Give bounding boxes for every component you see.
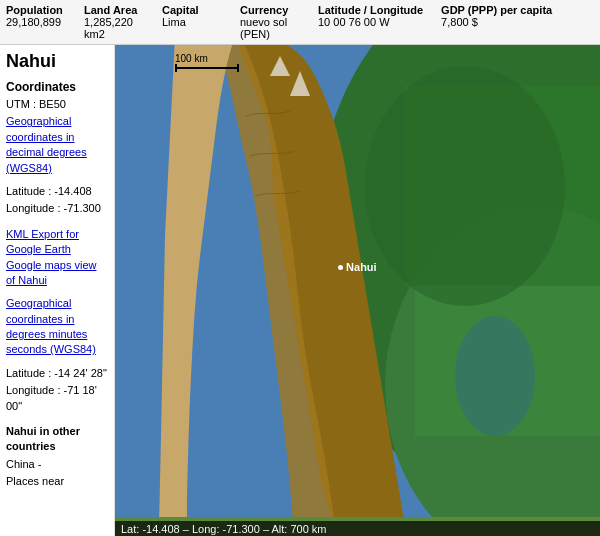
latlong-label: Latitude / Longitude (318, 4, 423, 16)
header-population: Population 29,180,899 (6, 4, 66, 28)
latitude-label: Latitude : -14.408 (6, 184, 108, 199)
capital-label: Capital (162, 4, 222, 16)
city-marker: Nahui (338, 261, 377, 273)
land-area-value: 1,285,220km2 (84, 16, 144, 40)
google-maps-link[interactable]: Google maps view of Nahui (6, 258, 108, 289)
header-latlong: Latitude / Longitude 10 00 76 00 W (318, 4, 423, 28)
gdp-value: 7,800 $ (441, 16, 552, 28)
marker-label: Nahui (346, 261, 377, 273)
map-background (115, 45, 600, 517)
capital-value: Lima (162, 16, 222, 28)
city-name: Nahui (6, 51, 108, 72)
svg-rect-5 (415, 286, 600, 436)
map-scale: 100 km (175, 53, 239, 72)
header-stats: Population 29,180,899 Land Area 1,285,22… (0, 0, 600, 45)
header-land-area: Land Area 1,285,220km2 (84, 4, 144, 40)
gdp-label: GDP (PPP) per capita (441, 4, 552, 16)
population-value: 29,180,899 (6, 16, 66, 28)
main-layout: Nahui Coordinates UTM : BE50 Geographica… (0, 45, 600, 536)
longitude-dms: Longitude : -71 18' 00" (6, 383, 108, 414)
other-countries-title: Nahui in other countries (6, 424, 108, 455)
land-area-label: Land Area (84, 4, 144, 16)
svg-point-6 (365, 66, 565, 306)
geo-decimal-link[interactable]: Geographical coordinates in decimal degr… (6, 114, 108, 176)
map-container[interactable]: 100 km Nahui Lat: -14.408 – Long: -71.30… (115, 45, 600, 536)
header-currency: Currency nuevo sol(PEN) (240, 4, 300, 40)
longitude-label: Longitude : -71.300 (6, 201, 108, 216)
latlong-value: 10 00 76 00 W (318, 16, 423, 28)
coordinates-title: Coordinates (6, 80, 108, 94)
geo-dms-link[interactable]: Geographical coordinates in degrees minu… (6, 296, 108, 358)
latitude-dms: Latitude : -14 24' 28" (6, 366, 108, 381)
header-gdp: GDP (PPP) per capita 7,800 $ (441, 4, 552, 28)
population-label: Population (6, 4, 66, 16)
places-near-label: Places near (6, 474, 108, 489)
currency-label: Currency (240, 4, 300, 16)
marker-dot (338, 265, 343, 270)
utm-label: UTM : BE50 (6, 97, 108, 112)
kml-link[interactable]: KML Export for Google Earth (6, 227, 108, 258)
map-footer: Lat: -14.408 – Long: -71.300 – Alt: 700 … (115, 521, 600, 536)
map-footer-text: Lat: -14.408 – Long: -71.300 – Alt: 700 … (121, 523, 326, 535)
scale-label: 100 km (175, 53, 208, 64)
sidebar: Nahui Coordinates UTM : BE50 Geographica… (0, 45, 115, 536)
header-capital: Capital Lima (162, 4, 222, 28)
china-label: China - (6, 457, 108, 472)
currency-value: nuevo sol(PEN) (240, 16, 300, 40)
